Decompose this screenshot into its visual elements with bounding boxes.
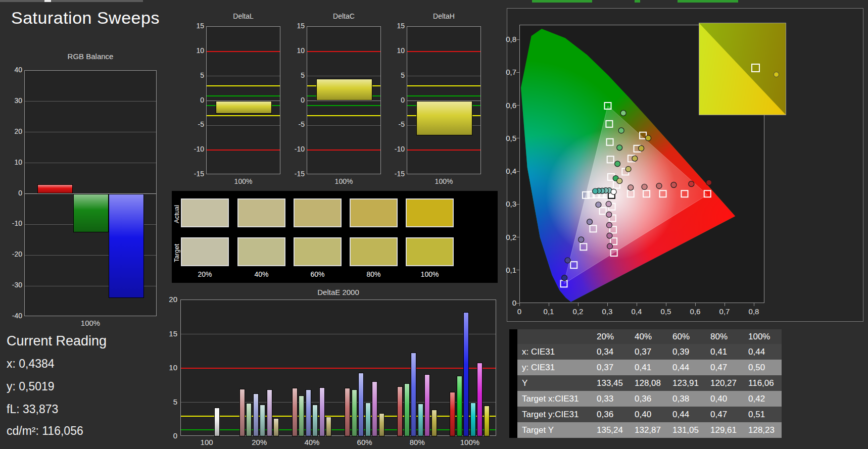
deltal-xlabel: 100% (206, 177, 280, 185)
deltae-bar (397, 386, 403, 436)
cie-x-tick (519, 303, 520, 306)
page-title: Saturation Sweeps (11, 8, 160, 28)
cie-y-tick (516, 237, 519, 237)
table-header-cell: 20% (592, 329, 630, 344)
table-cell: 131,05 (668, 422, 706, 438)
rgb-balance-plot (24, 70, 157, 316)
table-cell: 0,33 (592, 391, 630, 407)
swatch-column-label: 80% (354, 270, 394, 278)
table-cell: 0,40 (706, 391, 744, 407)
table-cell: 132,87 (630, 422, 668, 438)
deltae-axis-tick-label: 10 (155, 363, 177, 372)
deltae-axis-tick-label: 20 (155, 295, 177, 304)
magenta-measurement-circle (607, 233, 612, 238)
green-measurement-circle (617, 145, 622, 151)
blue-measurement-circle (578, 237, 584, 242)
deltac-bar (316, 79, 372, 101)
blue-measurement-circle (587, 219, 593, 225)
delta-axis-tick-label: -5 (382, 120, 405, 128)
table-cell: 128,08 (630, 375, 668, 391)
limit-line (407, 95, 480, 96)
limit-line (207, 149, 280, 151)
deltae-bar (358, 373, 364, 436)
red-balance-bar (37, 184, 73, 193)
cie-y-tick-label: 0,7 (495, 68, 516, 76)
delta-axis-tick-label: 15 (382, 22, 405, 30)
green-measurement-circle (620, 110, 626, 116)
delta-axis-tick-label: 5 (182, 71, 204, 79)
delta-axis-tick-label: 15 (282, 22, 305, 30)
table-cell: 0,44 (668, 360, 706, 375)
table-row-label: Y (517, 375, 592, 391)
limit-line (407, 85, 480, 86)
cie-y-tick-label: 0,8 (495, 35, 516, 43)
table-cell: 0,34 (592, 344, 630, 360)
table-cell: 0,44 (744, 344, 782, 360)
table-cell: 0,41 (630, 360, 668, 375)
deltac-xlabel: 100% (307, 177, 381, 185)
table-header-cell: 40% (630, 329, 668, 344)
table-cell: 0,41 (706, 344, 744, 360)
cie-x-tick-label: 0,3 (592, 307, 622, 316)
deltae-group-label: 100% (450, 438, 490, 446)
deltae-gridline (181, 402, 496, 403)
cie-x-tick-label: 0,5 (651, 307, 681, 316)
actual-swatch-100% (406, 198, 454, 227)
target-swatch-20% (181, 237, 229, 266)
deltac-plot (307, 26, 381, 174)
swatch-column-label: 100% (410, 270, 450, 278)
deltae-limit-line (181, 429, 496, 430)
deltal-title: DeltaL (206, 12, 280, 20)
deltae-bar (484, 406, 490, 436)
green-measurement-circle (615, 161, 620, 167)
deltae-limit-line (181, 416, 496, 417)
target-swatch-60% (294, 237, 342, 266)
cie-x-tick (695, 303, 696, 306)
delta-axis-tick-label: 10 (182, 46, 204, 55)
table-corner-cell (509, 329, 592, 344)
deltae-bar (239, 389, 245, 437)
magenta-measurement-circle (606, 212, 612, 217)
table-cell: 0,40 (630, 407, 668, 422)
deltac-title: DeltaC (307, 12, 381, 20)
red-measurement-circle (628, 185, 634, 190)
swatch-column-label: 60% (298, 270, 338, 278)
magenta-measurement-circle (606, 222, 612, 228)
swatch-column-label: 20% (185, 270, 225, 278)
cie-x-tick (637, 303, 637, 306)
deltae-bar (457, 376, 462, 436)
limit-line (407, 149, 480, 151)
table-cell: 0,39 (668, 344, 706, 360)
deltae-bar (299, 395, 304, 436)
white-measurement-circle (611, 189, 616, 194)
delta-gridline (207, 76, 280, 76)
magenta-measurement-circle (606, 201, 611, 207)
delta-axis-tick-label: 5 (382, 71, 405, 79)
deltae-bar (365, 403, 371, 437)
inset-measurement-dot (774, 72, 779, 77)
rgb-axis-tick-label: -40 (0, 312, 22, 320)
rgb-axis-tick-label: 20 (0, 127, 22, 135)
delta-axis-tick-label: -10 (282, 145, 305, 153)
deltae-bar (253, 393, 259, 436)
target-swatch-40% (237, 237, 285, 266)
red-measurement-circle (642, 184, 647, 190)
cie-y-tick-label: 0,3 (495, 199, 516, 208)
current-reading-y: y: 0,5019 (7, 380, 55, 393)
current-reading-cdm2: cd/m²: 116,056 (7, 424, 83, 438)
red-measurement-circle (656, 183, 662, 189)
cie-y-tick (516, 204, 519, 205)
delta-gridline (407, 76, 480, 76)
rgb-axis-tick-label: 10 (0, 158, 22, 166)
cie-x-tick (607, 303, 608, 306)
deltae-bar (477, 363, 483, 436)
limit-line (207, 115, 280, 116)
table-cell: 120,27 (706, 375, 744, 391)
yellow-measurement-circle (646, 135, 651, 141)
red-measurement-circle (689, 181, 694, 187)
deltae-group-label: 40% (292, 438, 332, 446)
red-measurement-circle (671, 182, 677, 188)
deltae-bar (404, 383, 410, 436)
rgb-axis-tick-label: 40 (0, 66, 22, 74)
top-strip-fragment (532, 0, 592, 3)
